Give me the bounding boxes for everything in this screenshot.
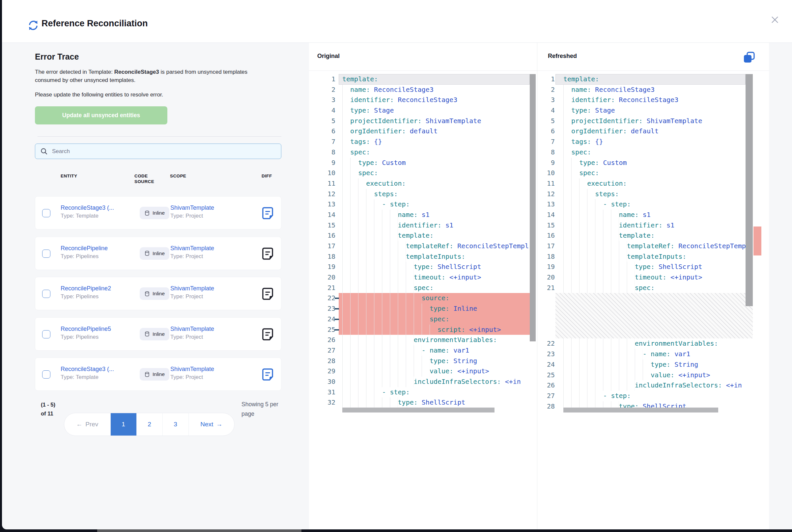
diff-icon[interactable]: [262, 207, 273, 219]
diff-icon[interactable]: [262, 368, 273, 381]
inline-storage-icon: [144, 291, 150, 297]
scope-link[interactable]: ShivamTemplate: [170, 285, 246, 292]
row-checkbox[interactable]: [42, 330, 50, 338]
line-number: 23: [537, 349, 555, 360]
code-line-text: type: Inline: [339, 304, 530, 314]
code-line: 26 includeInfraSelectors: <+in: [537, 380, 769, 391]
refreshed-horizontal-scrollbar[interactable]: [563, 407, 718, 413]
code-line-text: type: String: [339, 356, 530, 366]
sync-refresh-icon: [27, 19, 39, 32]
close-icon[interactable]: [770, 15, 780, 25]
search-input[interactable]: [52, 148, 276, 155]
code-line: 22 source:: [309, 293, 537, 304]
page-3-button[interactable]: 3: [163, 413, 189, 436]
code-line: 20 timeout: <+input>: [537, 272, 769, 283]
error-trace-panel: Error Trace The error detected in Templa…: [35, 43, 283, 529]
line-number: 1: [309, 74, 335, 84]
line-number: 13: [537, 199, 555, 210]
inline-storage-icon: [144, 372, 150, 377]
per-page-label: Showing 5 per page: [241, 400, 279, 419]
line-number: 8: [537, 147, 555, 158]
code-line: 21 spec:: [537, 283, 769, 293]
scope-link[interactable]: ShivamTemplate: [170, 205, 246, 211]
code-line-text: - step:: [339, 387, 530, 398]
entity-link[interactable]: ReconcileStage3 (...: [61, 366, 135, 373]
scope-type: Type: Project: [170, 334, 246, 340]
line-number: 7: [537, 137, 555, 147]
inline-storage-icon: [144, 210, 150, 216]
line-number: 4: [309, 105, 335, 116]
code-line: 6 orgIdentifier: default: [309, 126, 537, 137]
inline-storage-icon: [144, 250, 150, 256]
code-line-text: projectIdentifier: ShivamTemplate: [555, 116, 745, 127]
entity-link[interactable]: ReconcileStage3 (...: [61, 205, 135, 211]
update-all-unsynced-entities-button[interactable]: Update all unsynced entities: [35, 106, 167, 125]
code-line: 15 identifier: s1: [537, 220, 769, 231]
entity-link[interactable]: ReconcilePipeline2: [61, 285, 135, 292]
scope-link[interactable]: ShivamTemplate: [170, 245, 246, 252]
code-line-text: spec:: [339, 314, 530, 325]
divider: [38, 136, 281, 137]
code-line-text: name: s1: [339, 210, 530, 220]
row-checkbox[interactable]: [42, 290, 50, 298]
refreshed-vertical-scrollbar[interactable]: [745, 74, 753, 306]
code-line-text: type: Custom: [339, 158, 530, 168]
code-line: 24 type: String: [537, 360, 769, 370]
code-line-text: name: ReconcileStage3: [555, 84, 745, 95]
code-line-text: identifier: ReconcileStage3: [555, 95, 745, 105]
line-number: 13: [309, 199, 335, 210]
original-vertical-scrollbar[interactable]: [530, 74, 536, 341]
code-line-text: steps:: [555, 189, 745, 200]
line-number: 15: [309, 220, 335, 231]
row-checkbox[interactable]: [42, 209, 50, 217]
code-line: 27 - name: var1: [309, 345, 537, 356]
scope-link[interactable]: ShivamTemplate: [170, 366, 246, 373]
scope-link[interactable]: ShivamTemplate: [170, 326, 246, 332]
code-line: 4 type: Stage: [537, 105, 769, 116]
code-line-text: spec:: [555, 168, 745, 178]
prev-page-button[interactable]: ← Prev: [64, 413, 111, 436]
diff-header: Original Refreshed: [309, 43, 769, 71]
diff-icon[interactable]: [262, 328, 273, 340]
code-line: 31 - step:: [309, 387, 537, 398]
entity-link[interactable]: ReconcilePipeline: [61, 245, 135, 252]
code-line-text: type: Stage: [339, 105, 530, 116]
row-checkbox[interactable]: [42, 370, 50, 379]
line-number: 4: [537, 105, 555, 116]
code-line-text: orgIdentifier: default: [555, 126, 745, 137]
code-line-text: type: Custom: [555, 158, 745, 168]
original-code-pane: 1 template: 2 name: ReconcileStage3 3 id…: [309, 71, 537, 529]
row-checkbox[interactable]: [42, 249, 50, 258]
code-line-text: - step:: [555, 391, 745, 401]
table-row: ReconcileStage3 (... Type: Template Inli…: [35, 358, 281, 391]
inline-storage-icon: [144, 331, 150, 337]
code-line-text: templateRef: ReconcileStepTempl: [339, 241, 530, 251]
code-source-badge: Inline: [140, 287, 169, 300]
original-pane-title: Original: [317, 53, 340, 60]
background-scrollbar-strip: [97, 529, 301, 532]
copy-icon[interactable]: [743, 51, 755, 63]
next-arrow-icon: →: [216, 421, 222, 428]
line-number: 31: [309, 387, 335, 398]
next-page-button[interactable]: Next →: [189, 413, 235, 436]
code-line: 27 - step:: [537, 391, 769, 401]
code-line: 10 spec:: [309, 168, 537, 178]
entity-type: Type: Template: [61, 213, 135, 219]
original-horizontal-scrollbar[interactable]: [342, 407, 495, 413]
diff-icon[interactable]: [262, 288, 273, 300]
code-line-text: templateRef: ReconcileStepTempl: [555, 241, 745, 251]
line-number: 26: [309, 335, 335, 345]
code-line-text: spec:: [339, 283, 530, 293]
code-line-text: includeInfraSelectors: <+in: [555, 380, 745, 391]
pagination-range: (1 - 5) of 11: [41, 400, 61, 418]
reference-reconciliation-dialog: Reference Reconciliation Error Trace The…: [2, 0, 792, 529]
line-number: 21: [537, 283, 555, 293]
entity-type: Type: Pipelines: [61, 253, 135, 260]
column-entity: ENTITY: [61, 173, 77, 179]
code-line-text: projectIdentifier: ShivamTemplate: [339, 116, 530, 127]
code-source-badge: Inline: [140, 368, 169, 381]
page-1-button[interactable]: 1: [111, 413, 137, 436]
page-2-button[interactable]: 2: [137, 413, 163, 436]
entity-link[interactable]: ReconcilePipeline5: [61, 326, 135, 332]
diff-icon[interactable]: [262, 248, 273, 260]
